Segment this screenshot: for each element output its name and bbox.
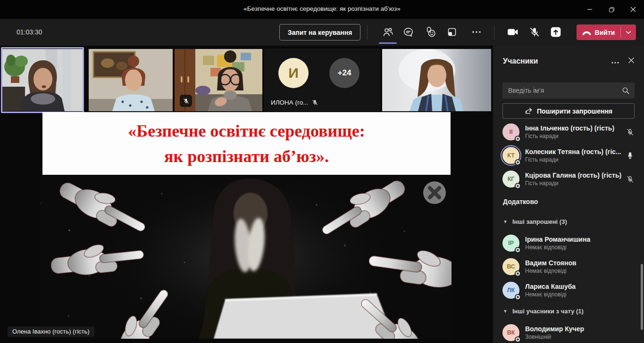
participant-name: Інна Ільченко (гость) (гість): [525, 124, 622, 132]
chat-member-row[interactable]: ВК Володимир Кучер Зовнішній: [499, 321, 638, 343]
section-label: Інші учасники з чату (1): [512, 308, 584, 315]
chevron-down-icon: ▼: [503, 219, 508, 224]
breakout-rooms-button[interactable]: [443, 24, 460, 41]
panel-title: Учасники: [503, 57, 538, 65]
participant-status: Немає відповіді: [525, 244, 635, 251]
video-tile-active-speaker[interactable]: [1, 47, 84, 113]
video-tile-avatar-ilona[interactable]: И +24 ИЛОНА (го...: [264, 49, 380, 112]
video-frame: [2, 49, 83, 112]
invited-row[interactable]: ІР Ірина Романчишина Немає відповіді: [499, 231, 638, 255]
video-frame: [382, 49, 491, 112]
participant-name: Лариса Кашуба: [525, 283, 635, 290]
share-screen-button[interactable]: [547, 24, 564, 41]
participants-button[interactable]: [379, 24, 396, 41]
video-tile-3[interactable]: [175, 49, 262, 112]
leave-button-main[interactable]: Вийти: [577, 24, 620, 40]
presence-badge: [515, 247, 521, 253]
mic-muted-icon[interactable]: [625, 175, 635, 183]
share-invite-icon: [525, 107, 533, 115]
request-control-button[interactable]: Запит на керування: [279, 24, 360, 41]
ellipsis-icon: [471, 26, 482, 38]
shared-slide-image: [40, 175, 452, 339]
close-window-button[interactable]: [622, 0, 644, 19]
participant-row[interactable]: КТ Колесник Тетяна (гость) (гіс... Гість…: [499, 144, 638, 167]
more-section-header: Додатково: [503, 198, 538, 205]
participants-active-indicator: [379, 42, 397, 44]
search-icon: [622, 87, 630, 95]
panel-close-button[interactable]: [628, 57, 635, 65]
mic-on-icon[interactable]: [625, 152, 635, 160]
participants-panel: Учасники Поширити запрошення: [493, 46, 644, 343]
tile-mic-muted-chip: [180, 95, 192, 107]
leave-options-button[interactable]: [621, 24, 636, 40]
video-tile-5[interactable]: [382, 49, 491, 112]
avatar-initials: КТ: [507, 152, 515, 159]
restore-button[interactable]: [601, 0, 622, 19]
hangup-icon: [582, 29, 591, 36]
reactions-button[interactable]: [422, 24, 439, 41]
shared-slide-title-band: «Безпечне освітнє середовище: як розпізн…: [42, 112, 451, 175]
invited-row[interactable]: ВС Вадим Стоянов Немає відповіді: [499, 255, 638, 278]
chevron-down-icon: [626, 31, 631, 34]
avatar-initials: ЛК: [507, 287, 515, 294]
participant-role: Гість наради: [525, 156, 622, 163]
leave-button[interactable]: Вийти: [577, 24, 636, 40]
camera-button[interactable]: [504, 24, 521, 41]
panel-scrollbar[interactable]: [641, 264, 643, 330]
overflow-count-badge[interactable]: +24: [329, 58, 360, 88]
toolbar-divider: [367, 25, 368, 40]
mic-muted-icon: [183, 98, 190, 105]
avatar-initials: ВК: [507, 329, 515, 336]
participant-row[interactable]: ІІ Інна Ільченко (гость) (гість) Гість н…: [499, 120, 638, 144]
video-frame: [89, 49, 173, 112]
presence-badge: [515, 136, 521, 142]
rooms-icon: [446, 26, 458, 38]
search-input[interactable]: [507, 86, 622, 95]
chat-icon: [402, 26, 414, 38]
invited-section-toggle[interactable]: ▼ Інші запрошені (3): [503, 218, 567, 225]
presence-badge: [515, 270, 521, 277]
video-tile-2[interactable]: [89, 49, 173, 112]
mic-muted-icon: [311, 99, 318, 106]
teams-meeting-window: «Безпечне освітнє середовище: як розпізн…: [0, 0, 644, 343]
share-invite-button[interactable]: Поширити запрошення: [502, 103, 635, 119]
leave-label: Вийти: [595, 29, 615, 36]
participant-name: Вадим Стоянов: [525, 259, 635, 267]
microphone-button[interactable]: [526, 24, 543, 41]
share-invite-label: Поширити запрошення: [537, 107, 612, 115]
presence-badge: [515, 336, 521, 343]
avatar-initials: ІР: [508, 240, 514, 246]
window-title: «Безпечне освітнє середовище: як розпізн…: [243, 5, 400, 12]
panel-more-button[interactable]: [611, 58, 619, 65]
participant-search[interactable]: [502, 82, 635, 98]
invited-row[interactable]: ЛК Лариса Кашуба Немає відповіді: [499, 278, 638, 302]
presence-badge: [515, 183, 521, 189]
restore-icon: [609, 7, 615, 13]
toolbar-divider: [494, 25, 494, 40]
presence-badge: [515, 294, 521, 300]
presenter-name-label: Олена Івахно (гость) (гість): [8, 327, 94, 337]
chat-button[interactable]: [400, 24, 417, 41]
share-screen-icon: [550, 26, 562, 38]
section-label: Інші запрошені (3): [512, 218, 567, 225]
more-actions-button[interactable]: [468, 24, 485, 41]
participant-status: Зовнішній: [525, 334, 635, 340]
participant-status: Немає відповіді: [525, 268, 635, 274]
camera-on-icon: [507, 26, 519, 38]
avatar: ІІ: [502, 123, 519, 140]
mic-muted-icon[interactable]: [625, 128, 635, 136]
avatar-initials: ВС: [507, 263, 515, 270]
slide-title-line1: «Безпечне освітнє середовище:: [128, 118, 365, 144]
participant-role: Гість наради: [525, 133, 622, 139]
participant-row[interactable]: КГ Кцірова Галина (гость) (гість) Гість …: [499, 167, 638, 191]
avatar: ЛК: [502, 282, 519, 299]
avatar: ІР: [502, 235, 519, 252]
avatar: ВС: [502, 258, 519, 275]
avatar-initials: И: [288, 65, 299, 81]
avatar-initials: ІІ: [510, 129, 513, 135]
close-icon: [630, 7, 636, 12]
chat-section-toggle[interactable]: ▼ Інші учасники з чату (1): [503, 308, 584, 315]
participant-name: Володимир Кучер: [525, 325, 635, 333]
minimize-button[interactable]: [579, 0, 601, 19]
participant-name: Кцірова Галина (гость) (гість): [525, 172, 622, 179]
